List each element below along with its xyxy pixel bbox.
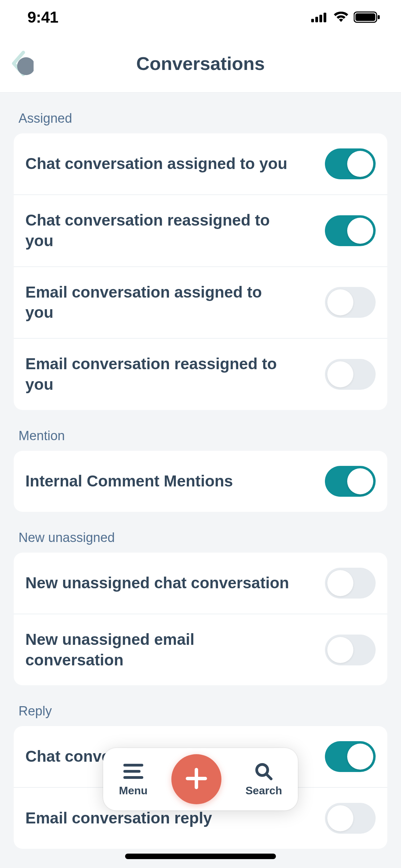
status-bar: 9:41: [0, 0, 401, 34]
toggle-chat-assigned[interactable]: [325, 148, 376, 179]
section-assigned: Chat conversation assigned to you Chat c…: [14, 133, 387, 410]
setting-label: Email conversation reassigned to you: [25, 354, 293, 395]
toggle-new-unassigned-email[interactable]: [325, 635, 376, 665]
floating-action-bar: Menu Search: [103, 748, 298, 810]
svg-rect-0: [311, 19, 314, 22]
setting-label: Internal Comment Mentions: [25, 471, 293, 492]
section-mention: Internal Comment Mentions: [14, 451, 387, 512]
settings-content: Assigned Chat conversation assigned to y…: [0, 93, 401, 849]
svg-rect-3: [324, 13, 326, 22]
search-button[interactable]: Search: [245, 762, 282, 797]
toggle-new-unassigned-chat[interactable]: [325, 568, 376, 599]
battery-icon: [354, 11, 380, 23]
setting-label: Email conversation assigned to you: [25, 282, 293, 323]
svg-rect-1: [315, 17, 318, 22]
menu-label: Menu: [119, 784, 148, 797]
plus-icon: [183, 765, 210, 794]
cellular-icon: [311, 12, 328, 22]
nav-header: Conversations: [0, 34, 401, 93]
toggle-email-assigned[interactable]: [325, 287, 376, 318]
toggle-chat-reply[interactable]: [325, 741, 376, 772]
search-icon: [252, 762, 276, 782]
setting-label: Email conversation reply: [25, 808, 293, 829]
menu-button[interactable]: Menu: [119, 762, 148, 797]
section-new-unassigned: New unassigned chat conversation New una…: [14, 553, 387, 686]
wifi-icon: [333, 12, 349, 23]
section-header-reply: Reply: [14, 685, 387, 726]
svg-line-14: [266, 774, 271, 779]
add-button[interactable]: [171, 754, 221, 804]
setting-internal-mentions: Internal Comment Mentions: [14, 451, 387, 512]
toggle-chat-reassigned[interactable]: [325, 215, 376, 246]
setting-chat-assigned: Chat conversation assigned to you: [14, 133, 387, 194]
status-time: 9:41: [27, 8, 58, 26]
setting-label: New unassigned email conversation: [25, 629, 293, 671]
toggle-email-reassigned[interactable]: [325, 359, 376, 390]
home-indicator[interactable]: [125, 854, 276, 859]
menu-icon: [121, 762, 145, 782]
setting-new-unassigned-chat: New unassigned chat conversation: [14, 553, 387, 614]
setting-email-reassigned: Email conversation reassigned to you: [14, 338, 387, 410]
search-label: Search: [245, 784, 282, 797]
section-header-new-unassigned: New unassigned: [14, 512, 387, 553]
section-header-mention: Mention: [14, 410, 387, 451]
section-header-assigned: Assigned: [14, 93, 387, 133]
setting-label: Chat conversation reassigned to you: [25, 210, 293, 251]
setting-email-assigned: Email conversation assigned to you: [14, 266, 387, 338]
setting-chat-reassigned: Chat conversation reassigned to you: [14, 194, 387, 266]
toggle-email-reply[interactable]: [325, 803, 376, 834]
toggle-internal-mentions[interactable]: [325, 466, 376, 497]
svg-rect-2: [319, 15, 322, 22]
status-icons: [311, 11, 380, 23]
page-title: Conversations: [136, 53, 265, 74]
setting-label: Chat conversation assigned to you: [25, 154, 293, 174]
svg-rect-5: [355, 13, 375, 21]
setting-new-unassigned-email: New unassigned email conversation: [14, 614, 387, 686]
svg-rect-6: [378, 15, 380, 19]
back-button[interactable]: [10, 50, 34, 77]
setting-label: New unassigned chat conversation: [25, 573, 293, 593]
